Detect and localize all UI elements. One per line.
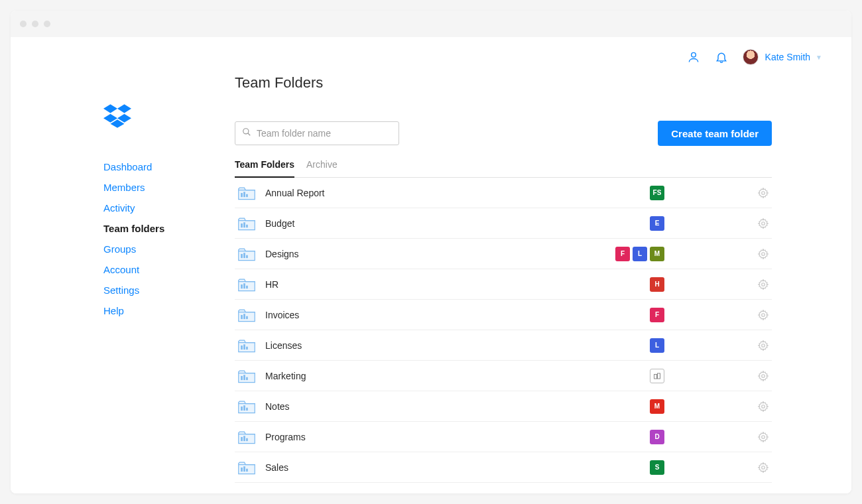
folder-name: Invoices — [265, 310, 650, 320]
folder-row[interactable]: Annual ReportFS — [235, 178, 772, 208]
sidebar-item-account[interactable]: Account — [103, 259, 223, 280]
sidebar-item-members[interactable]: Members — [103, 177, 223, 198]
profile-icon[interactable] — [687, 50, 700, 64]
svg-point-18 — [762, 283, 765, 286]
folder-badges: L — [650, 338, 664, 353]
page-title: Team Folders — [235, 74, 772, 92]
member-badge[interactable]: H — [650, 277, 664, 292]
search-box[interactable] — [235, 121, 399, 145]
main-content: Team Folders Create team folder Team Fol… — [223, 37, 851, 493]
gear-icon[interactable] — [757, 309, 769, 321]
gear-icon[interactable] — [757, 340, 769, 351]
folder-icon — [237, 246, 256, 262]
gear-icon[interactable] — [757, 218, 769, 229]
svg-rect-3 — [241, 193, 243, 197]
member-badge[interactable] — [650, 369, 664, 383]
sidebar-item-team-folders[interactable]: Team folders — [103, 218, 223, 239]
svg-point-0 — [691, 52, 696, 57]
member-badge[interactable]: F — [615, 247, 630, 261]
gear-icon[interactable] — [757, 462, 769, 473]
search-input[interactable] — [257, 128, 392, 139]
sidebar-item-dashboard[interactable]: Dashboard — [103, 157, 223, 177]
folder-badges: H — [650, 277, 664, 292]
gear-icon[interactable] — [757, 248, 769, 260]
folder-badges: FS — [650, 186, 664, 200]
folder-row[interactable]: ProgramsD — [235, 422, 772, 452]
svg-rect-39 — [246, 438, 248, 440]
folder-name: Programs — [265, 432, 650, 442]
avatar — [743, 49, 759, 65]
member-badge[interactable]: M — [650, 399, 664, 414]
folder-row[interactable]: Marketing — [235, 361, 772, 391]
folder-row[interactable]: InvoicesF — [235, 300, 772, 330]
svg-point-32 — [762, 374, 765, 377]
folder-row[interactable]: BudgetE — [235, 208, 772, 239]
dropbox-logo-icon[interactable] — [103, 103, 223, 131]
folder-icon — [237, 277, 256, 292]
folder-icon — [237, 460, 256, 475]
member-badge[interactable]: E — [650, 216, 664, 231]
svg-rect-8 — [243, 222, 245, 227]
member-badge[interactable]: FS — [650, 186, 664, 200]
folder-name: Licenses — [265, 340, 650, 351]
sidebar-item-help[interactable]: Help — [103, 300, 223, 321]
user-menu[interactable]: Kate Smith ▼ — [743, 49, 822, 65]
svg-rect-33 — [241, 407, 243, 410]
tab-archive[interactable]: Archive — [306, 159, 338, 178]
chrome-dot — [32, 21, 38, 27]
svg-point-14 — [762, 252, 765, 255]
svg-rect-17 — [246, 285, 248, 288]
member-badge[interactable]: F — [650, 308, 664, 322]
folder-row[interactable]: DesignsFLM — [235, 239, 772, 269]
folder-badges: F — [650, 308, 664, 322]
folder-name: Marketing — [265, 371, 650, 381]
gear-icon[interactable] — [757, 401, 769, 412]
gear-icon[interactable] — [757, 370, 769, 382]
svg-point-22 — [762, 313, 765, 316]
gear-icon[interactable] — [757, 431, 769, 443]
app-body: Kate Smith ▼ DashboardMembersActivityTea… — [11, 37, 851, 493]
svg-rect-24 — [243, 344, 245, 349]
folder-icon — [237, 216, 256, 231]
svg-point-44 — [762, 466, 765, 469]
member-badge[interactable]: L — [650, 338, 664, 353]
svg-rect-35 — [246, 407, 248, 410]
member-badge[interactable]: M — [650, 247, 664, 261]
create-team-folder-button[interactable]: Create team folder — [658, 121, 772, 146]
folder-badges: M — [650, 399, 664, 414]
search-icon — [242, 127, 251, 139]
svg-rect-37 — [241, 437, 243, 441]
svg-rect-5 — [246, 194, 248, 196]
member-badge[interactable]: S — [650, 460, 664, 475]
sidebar-item-groups[interactable]: Groups — [103, 239, 223, 259]
chrome-dot — [44, 21, 50, 27]
bell-icon[interactable] — [715, 50, 728, 64]
gear-icon[interactable] — [757, 279, 769, 290]
svg-rect-20 — [243, 314, 245, 319]
sidebar-item-activity[interactable]: Activity — [103, 198, 223, 218]
svg-rect-42 — [243, 466, 245, 472]
svg-rect-29 — [246, 377, 248, 379]
folder-row[interactable]: NotesM — [235, 391, 772, 422]
svg-rect-28 — [243, 375, 245, 380]
gear-icon[interactable] — [757, 187, 769, 199]
member-badge[interactable]: L — [633, 247, 647, 261]
folder-row[interactable]: HRH — [235, 269, 772, 300]
svg-line-2 — [248, 133, 251, 136]
folder-row[interactable]: SalesS — [235, 452, 772, 483]
folder-row[interactable]: LicensesL — [235, 330, 772, 361]
folder-icon — [237, 399, 256, 414]
toolbar: Create team folder — [235, 121, 772, 146]
svg-point-36 — [762, 405, 765, 408]
tab-team-folders[interactable]: Team Folders — [235, 159, 294, 178]
member-badge[interactable]: D — [650, 430, 664, 444]
folder-icon — [237, 338, 256, 353]
svg-rect-9 — [246, 224, 248, 227]
sidebar-item-settings[interactable]: Settings — [103, 280, 223, 300]
svg-rect-43 — [246, 468, 248, 471]
svg-rect-15 — [241, 284, 243, 288]
svg-rect-7 — [241, 223, 243, 227]
tabs: Team FoldersArchive — [235, 159, 772, 178]
folder-icon — [237, 185, 256, 201]
svg-rect-25 — [246, 346, 248, 349]
